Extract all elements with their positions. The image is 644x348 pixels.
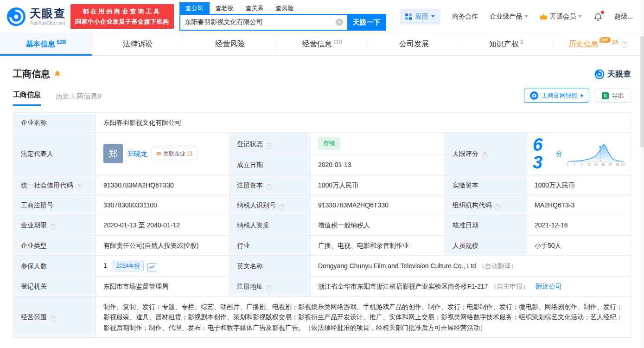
tab-business-info-count: 110 — [333, 39, 342, 45]
help-icon[interactable] — [621, 41, 628, 48]
field-value-reg-address: 浙江省金华市东阳市浙江横店影视产业实验区商务楼F1-217（自主申报）附近公司 — [311, 277, 631, 296]
tab-operating-risk-label: 经营风险 — [215, 39, 245, 49]
tab-operating-risk[interactable]: 经营风险 — [184, 33, 276, 55]
help-icon[interactable] — [50, 224, 56, 230]
field-value-company-name: 东阳春羽影视文化有限公司 — [96, 113, 631, 133]
open-membership-label: 开通会员 — [550, 13, 576, 21]
clear-search-icon[interactable] — [336, 19, 343, 26]
subtab-history-business-info[interactable]: 历史工商信息0 — [56, 92, 101, 106]
field-value-legal-rep: 郑 郑晓龙 关联企业 11 — [96, 133, 230, 175]
field-label-paid-capital: 实缴资本 — [445, 175, 527, 195]
nav-business-cooperation[interactable]: 商务合作 — [452, 13, 478, 21]
field-label-score: 天眼评分 — [445, 133, 527, 175]
tab-history-info[interactable]: 历史信息 VIP 15 — [552, 33, 644, 55]
svg-text:1: 1 — [574, 163, 576, 166]
trend-chart-icon[interactable] — [147, 263, 157, 271]
nav-open-membership[interactable]: 开通会员 — [540, 13, 582, 21]
snapshot-camera-icon — [530, 91, 538, 100]
brand-name: 天眼查 — [30, 7, 66, 19]
apps-menu[interactable]: 应用 — [400, 9, 440, 25]
legal-rep-name-link[interactable]: 郑晓龙 — [128, 148, 147, 159]
scrollbar — [640, 0, 644, 348]
tab-business-info[interactable]: 经营信息 110 — [276, 33, 369, 55]
field-value-score: 63 分 — [527, 133, 631, 175]
help-icon[interactable] — [266, 142, 272, 149]
status-badge: 存续 — [318, 137, 340, 150]
help-icon[interactable] — [481, 152, 488, 159]
svg-text:0: 0 — [567, 163, 568, 166]
scrollbar-thumb[interactable] — [640, 36, 644, 148]
chevron-down-icon — [578, 15, 582, 18]
related-companies-count: 11 — [187, 149, 193, 158]
self-declared-note: （自主申报） — [490, 283, 529, 290]
search-tab-company[interactable]: 查公司 — [179, 2, 210, 14]
watermark-logo-icon — [594, 69, 605, 79]
field-label-reg-no: 工商注册号 — [13, 195, 96, 215]
company-section-tabs: 基本信息 528 法律诉讼 经营风险 经营信息 110 公司发展 知识产权 3 … — [0, 33, 644, 56]
tab-basic-info-count: 528 — [57, 39, 66, 45]
field-value-paid-capital: 1000万人民币 — [527, 175, 631, 195]
field-value-business-scope: 制作、复制、发行：专题、专栏、综艺、动画片、广播剧、电视剧；影视娱乐类网络游戏、… — [96, 296, 631, 337]
field-value-reg-no: 330783000331100 — [96, 195, 230, 215]
field-value-industry: 广播、电视、电影和录音制作业 — [311, 235, 445, 255]
help-icon[interactable] — [76, 184, 82, 190]
tab-legal-proceedings-label: 法律诉讼 — [123, 39, 153, 49]
nav-super-vip[interactable]: 超级... — [614, 13, 633, 21]
top-header: 天眼查 TianYanCha.com 都在用的商业查询工具 国家中小企业发展子基… — [0, 0, 644, 33]
search-button[interactable]: 天眼一下 — [347, 14, 386, 31]
tianyancha-logo[interactable]: 天眼查 TianYanCha.com — [6, 7, 66, 26]
field-value-term: 2020-01-13 至 2040-01-12 — [96, 215, 230, 235]
subtabs-row: 工商信息 历史工商信息0 工商官网快照 — [13, 89, 631, 106]
field-label-company-name: 企业名称 — [13, 113, 96, 133]
business-info-table: 企业名称 东阳春羽影视文化有限公司 法定代表人 郑 郑晓龙 — [13, 112, 631, 338]
related-companies-badge[interactable]: 关联企业 11 — [152, 148, 197, 160]
brand-domain: TianYanCha.com — [30, 20, 66, 26]
help-icon[interactable] — [266, 285, 272, 291]
business-cooperation-label: 商务合作 — [452, 13, 478, 21]
field-label-tax-quality: 纳税人资质 — [230, 215, 311, 235]
tab-basic-info[interactable]: 基本信息 528 — [0, 33, 92, 55]
slogan-banner: 都在用的商业查询工具 国家中小企业发展子基金旗下机构 — [70, 4, 174, 29]
field-label-reg-status: 登记状态 — [230, 133, 311, 155]
field-label-term: 营业期限 — [13, 215, 96, 235]
legal-rep-avatar[interactable]: 郑 — [103, 144, 123, 163]
subtab-history-label: 历史工商信息 — [56, 92, 97, 100]
field-value-reg-capital: 1000万人民币 — [311, 175, 445, 195]
field-label-company-type: 企业类型 — [13, 235, 96, 255]
play-arrow-icon — [581, 94, 583, 97]
tab-legal-proceedings[interactable]: 法律诉讼 — [92, 33, 185, 55]
help-icon[interactable] — [50, 316, 56, 322]
official-snapshot-button[interactable]: 工商官网快照 — [524, 89, 589, 103]
search-tab-risk[interactable]: 查风险 — [270, 2, 300, 14]
slogan-line2: 国家中小企业发展子基金旗下机构 — [75, 17, 169, 26]
help-icon[interactable] — [494, 204, 501, 210]
apps-label: 应用 — [415, 13, 428, 21]
field-value-english-name: Dongyang Chunyu Film and Television Cult… — [311, 256, 631, 277]
nearby-companies-link[interactable]: 附近公司 — [536, 283, 561, 290]
svg-text:15: 15 — [587, 163, 591, 166]
table-row: 企业名称 东阳春羽影视文化有限公司 — [13, 113, 631, 133]
tab-intellectual-property[interactable]: 知识产权 3 — [460, 33, 553, 55]
help-icon[interactable] — [266, 184, 272, 190]
search-tab-boss[interactable]: 查老板 — [210, 2, 240, 14]
field-label-business-scope: 经营范围 — [13, 296, 96, 337]
section-title: 工商信息 — [13, 68, 50, 80]
tab-company-development[interactable]: 公司发展 — [368, 33, 460, 55]
search-tab-relation[interactable]: 查关系 — [240, 2, 270, 14]
watermark-logo: 天眼查 — [594, 69, 631, 79]
announcement-bell-icon[interactable] — [54, 71, 61, 78]
tab-intellectual-property-label: 知识产权 — [489, 39, 519, 49]
field-label-reg-address: 注册地址 — [230, 277, 311, 296]
notifications-bell[interactable] — [593, 12, 603, 21]
field-label-insured-count: 参保人数 — [13, 256, 96, 277]
annual-report-badge[interactable]: 2024年报 — [113, 261, 144, 271]
export-button[interactable]: 导出 — [595, 89, 631, 103]
search-input[interactable] — [179, 14, 347, 31]
table-row: 企业类型 有限责任公司(自然人投资或控股) 行业 广播、电视、电影和录音制作业 … — [13, 235, 631, 255]
nav-enterprise-products[interactable]: 企业级产品 — [490, 13, 528, 21]
field-value-insured-count: 12024年报 — [96, 256, 230, 277]
table-row: 经营范围 制作、复制、发行：专题、专栏、综艺、动画片、广播剧、电视剧；影视娱乐类… — [13, 296, 631, 337]
help-icon[interactable] — [279, 204, 285, 210]
subtab-business-info[interactable]: 工商信息 — [13, 90, 41, 106]
field-label-industry: 行业 — [230, 235, 311, 255]
